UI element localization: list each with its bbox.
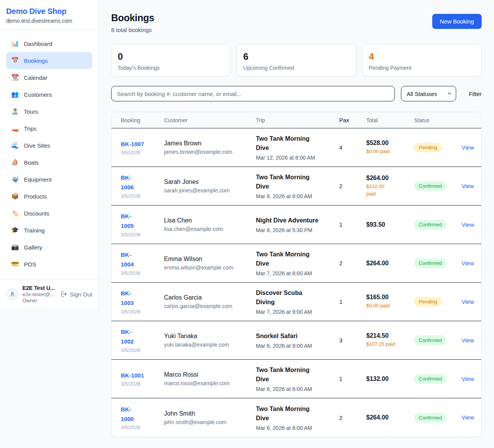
avatar <box>6 288 19 300</box>
trip-name: Night Dive Adventure <box>256 216 336 225</box>
stat-label: Today's Bookings <box>118 65 224 71</box>
page-title-block: Bookings 8 total bookings <box>111 12 154 33</box>
table-row: BK- 1005 3/5/2026 Lisa Chen lisa.chen@ex… <box>112 205 481 244</box>
booking-id-link[interactable]: BK- 1003 <box>121 289 134 308</box>
sidebar-item-products[interactable]: 📦 Products <box>6 188 92 205</box>
status-badge: Confirmed <box>414 413 447 423</box>
new-booking-button[interactable]: New Booking <box>432 14 482 29</box>
customer-name: Yuki Tanaka <box>164 333 253 340</box>
tag-icon: 🏷️ <box>11 210 19 216</box>
trip-datetime: Mar 8, 2026 at 8:00 AM <box>256 193 336 199</box>
customer-email: sarah.jones@example.com <box>164 187 253 194</box>
stat-card: 0 Today's Bookings <box>111 44 230 76</box>
paid-amount: $0.00 paid <box>366 302 411 310</box>
calendar-icon: 📅 <box>11 57 19 64</box>
booking-id-link[interactable]: BK- 1002 <box>121 327 134 347</box>
table-row: BK- 1000 3/5/2026 John Smith john.smith@… <box>112 398 481 437</box>
sidebar-item-label: Gallery <box>24 244 42 251</box>
customer-name: James Brown <box>164 140 253 147</box>
sidebar-item-dashboard[interactable]: 📊 Dashboard <box>6 35 92 52</box>
stats-row: 0 Today's Bookings 6 Upcoming Confirmed … <box>111 44 482 76</box>
page-title: Bookings <box>111 12 154 24</box>
sidebar-item-equipment[interactable]: 🤿 Equipment <box>6 171 92 188</box>
sidebar-item-calendar[interactable]: 📆 Calendar <box>6 69 92 86</box>
booking-id-link[interactable]: BK- 1004 <box>121 250 134 269</box>
search-input[interactable] <box>111 86 395 101</box>
sidebar-item-pos[interactable]: 💳 POS <box>6 256 92 273</box>
view-link[interactable]: View <box>462 260 474 266</box>
brand-block: Demo Dive Shop demo.test.divestreams.com <box>0 0 98 30</box>
column-header-customer: Customer <box>164 117 256 123</box>
total-amount: $264.00 <box>366 175 411 182</box>
booking-date: 3/5/2026 <box>121 347 161 353</box>
paid-amount: $0.00 paid <box>366 148 411 155</box>
stat-value: 6 <box>243 52 349 61</box>
total-amount: $264.00 <box>366 260 411 267</box>
booking-id-link[interactable]: BK- 1000 <box>121 405 134 424</box>
booking-id-link[interactable]: BK- 1006 <box>121 173 134 192</box>
total-amount: $165.00 <box>366 294 411 301</box>
view-link[interactable]: View <box>462 298 474 305</box>
status-filter-select[interactable]: All Statuses <box>401 86 456 101</box>
diving-mask-icon: 🤿 <box>11 176 19 182</box>
sidebar-item-gallery[interactable]: 📸 Gallery <box>6 239 92 256</box>
booking-date: 3/5/2026 <box>121 150 161 155</box>
table-row: BK-1001 3/5/2026 Marco Rossi marco.rossi… <box>112 360 481 398</box>
pax-count: 3 <box>339 337 366 344</box>
table-body: BK-1007 3/5/2026 James Brown james.brown… <box>112 128 481 437</box>
trip-datetime: Mar 7, 2026 at 9:00 AM <box>256 309 336 315</box>
view-link[interactable]: View <box>462 144 474 151</box>
logout-icon <box>61 291 67 297</box>
pax-count: 2 <box>339 414 366 421</box>
total-amount: $132.00 <box>366 376 411 382</box>
sidebar-item-trips[interactable]: 🚤 Trips <box>6 120 92 137</box>
total-amount: $264.00 <box>366 414 411 421</box>
view-link[interactable]: View <box>462 337 474 344</box>
booking-id-link[interactable]: BK-1001 <box>121 371 144 381</box>
booking-id-link[interactable]: BK- 1005 <box>121 212 134 231</box>
total-amount: $214.50 <box>366 332 411 339</box>
stat-value: 4 <box>369 52 475 61</box>
booking-date: 3/5/2026 <box>121 232 161 237</box>
stat-card: 6 Upcoming Confirmed <box>237 44 356 76</box>
sidebar-item-dive-sites[interactable]: 🌊 Dive Sites <box>6 137 92 154</box>
column-header-status: Status <box>414 117 462 123</box>
booking-date: 3/5/2026 <box>121 270 161 276</box>
status-badge: Confirmed <box>414 220 447 229</box>
view-link[interactable]: View <box>462 376 474 382</box>
sidebar-item-training[interactable]: 🎓 Training <box>6 222 92 239</box>
view-link[interactable]: View <box>462 183 474 189</box>
trip-name: Two Tank Morning Dive <box>256 134 336 153</box>
status-badge: Pending <box>414 297 442 307</box>
table-row: BK- 1004 3/5/2026 Emma Wilson emma.wilso… <box>112 244 481 283</box>
sidebar-item-tours[interactable]: 🏝️ Tours <box>6 103 92 120</box>
sidebar-item-boats[interactable]: ⛵ Boats <box>6 154 92 171</box>
sidebar-item-discounts[interactable]: 🏷️ Discounts <box>6 205 92 222</box>
customer-email: marco.rossi@example.com <box>164 380 253 386</box>
customer-email: lisa.chen@example.com <box>164 226 253 232</box>
view-link[interactable]: View <box>462 221 474 228</box>
graduation-cap-icon: 🎓 <box>11 227 19 233</box>
customer-name: Carlos Garcia <box>164 294 253 301</box>
sidebar-item-customers[interactable]: 👥 Customers <box>6 86 92 103</box>
booking-id-link[interactable]: BK-1007 <box>121 140 144 149</box>
camera-flash-icon: 📸 <box>11 244 19 250</box>
view-link[interactable]: View <box>462 414 474 421</box>
total-amount: $528.00 <box>366 140 411 147</box>
customer-email: carlos.garcia@example.com <box>164 303 253 309</box>
status-badge: Confirmed <box>414 335 447 345</box>
filter-button[interactable]: Filter <box>469 91 482 97</box>
table-row: BK- 1006 3/5/2026 Sarah Jones sarah.jone… <box>112 167 481 205</box>
trip-name: Two Tank Morning Dive <box>256 365 336 384</box>
booking-date: 3/5/2026 <box>121 381 161 387</box>
tear-off-calendar-icon: 📆 <box>11 74 19 81</box>
column-header-booking: Booking <box>121 117 164 123</box>
sidebar-item-bookings[interactable]: 📅 Bookings <box>6 52 92 69</box>
sidebar-item-label: Bookings <box>24 57 48 64</box>
sidebar-nav: 📊 Dashboard 📅 Bookings 📆 Calendar 👥 Cust… <box>0 30 98 280</box>
sign-out-button[interactable]: Sign Out <box>61 291 92 298</box>
total-amount: $93.50 <box>366 221 411 228</box>
column-header-pax: Pax <box>339 117 366 123</box>
status-badge: Confirmed <box>414 258 447 268</box>
customer-email: emma.wilson@example.com <box>164 264 253 271</box>
